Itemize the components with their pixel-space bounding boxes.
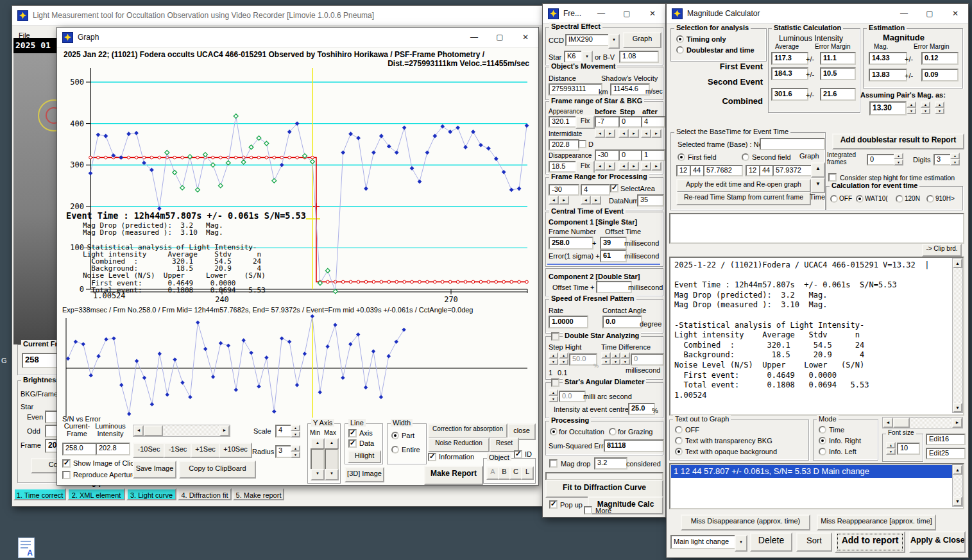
3d-image-button[interactable]: [3D] Image [345, 467, 384, 482]
process-tab[interactable]: 4. Diffraction fit [178, 488, 232, 500]
range-start-field[interactable]: -30 [549, 184, 579, 196]
object-b-button[interactable]: B [498, 466, 511, 480]
after2-field[interactable]: 1 [641, 149, 665, 161]
reread-timestamp-button[interactable]: Re-read Time Stamp from current frame [676, 192, 811, 205]
axis-checkbox[interactable] [348, 429, 357, 437]
add-doublestar-button[interactable]: Add doublestar result to Report [832, 133, 964, 149]
mag-drop-checkbox[interactable] [549, 459, 558, 468]
minimize-icon[interactable]: — [891, 4, 917, 23]
appearance-field[interactable]: 320.1 [549, 116, 579, 128]
event-list-box[interactable]: 1 12 44 57.807 +/- 0.061s, S/N= 5.53 D M… [669, 463, 964, 509]
combined-avg-field[interactable]: 301.6 [771, 88, 808, 101]
miss-reappearance-button[interactable]: Miss Reapppearance [approx. time] [817, 514, 936, 530]
calc-910h-radio[interactable] [926, 195, 934, 203]
plus-1sec-button[interactable]: +1Sec [191, 443, 220, 458]
hilight-button[interactable]: Hilight [348, 450, 381, 463]
object-l-button[interactable]: L [521, 466, 534, 480]
yaxis-max-track[interactable] [325, 448, 339, 470]
save-image-button[interactable]: Save Image [133, 461, 176, 479]
yaxis-min-track[interactable] [311, 448, 325, 470]
close-icon[interactable]: ✕ [942, 4, 968, 23]
maximize-icon[interactable]: ▢ [614, 4, 640, 23]
radius-spinner[interactable]: ▲▼ [291, 445, 300, 458]
magcalc-titlebar[interactable]: Magnitude Calculator — ▢ ✕ [667, 4, 968, 24]
close-icon[interactable]: ✕ [640, 4, 665, 23]
process-tab[interactable]: 2. XML element [67, 488, 125, 500]
calc-wat100-radio[interactable] [856, 195, 864, 203]
before2-spinner[interactable]: ◄► [595, 162, 615, 171]
spectral-graph-button[interactable]: Graph [623, 32, 661, 48]
velocity-field[interactable]: 11454.6 [610, 83, 650, 96]
step2-spinner[interactable]: ◄► [618, 162, 639, 171]
fit-diffraction-button[interactable]: Fit to Diffraction Curve [545, 480, 663, 498]
for-occultation-radio[interactable] [550, 428, 558, 436]
before1-spinner[interactable]: ◄► [595, 129, 615, 138]
pair-mag-spinner-3[interactable]: ▲▼ [935, 101, 944, 114]
first-avg-field[interactable]: 117.3 [771, 52, 808, 65]
offset-time-field[interactable]: 39 [600, 237, 627, 250]
mag2-err-field[interactable]: 0.09 [921, 69, 959, 81]
part-radio[interactable] [391, 432, 399, 439]
apply-close-button[interactable]: Apply & Close [909, 531, 966, 553]
miss-disappearance-button[interactable]: Miss Disappearance (approx. time) [681, 514, 810, 530]
add-to-report-button[interactable]: Add to report [835, 531, 905, 553]
scale-spinner[interactable]: ▲▼ [291, 425, 300, 437]
make-report-button[interactable]: Make Report [424, 466, 483, 485]
object-a-button[interactable]: A [486, 466, 499, 480]
apply-edit-time-button[interactable]: Apply the edit time and Re-open graph [676, 179, 811, 192]
noise-reduction-button[interactable]: Noise Reduction [428, 437, 490, 452]
digits-spinner[interactable]: ▲▼ [950, 153, 960, 165]
step-spinner-2[interactable]: ▲▼ [559, 352, 568, 365]
more-checkbox[interactable] [584, 506, 592, 514]
information-checkbox[interactable] [428, 453, 436, 461]
before2-field[interactable]: -30 [595, 149, 622, 161]
intermidiate-field[interactable]: 202.8 [549, 139, 579, 151]
reproduce-aperture-checkbox[interactable] [62, 471, 71, 479]
t1-sec-field[interactable]: 57.7682 [703, 165, 743, 176]
data-checkbox[interactable] [348, 439, 357, 448]
ccd-select[interactable]: IMX290 [565, 34, 614, 46]
minus-1sec-button[interactable]: -1Sec [164, 443, 192, 458]
mag-drop-field[interactable]: 3.2 [594, 457, 627, 470]
plus-10sec-button[interactable]: +10Sec [219, 443, 252, 458]
graph-down-button[interactable]: ▼ [811, 178, 825, 193]
after2-spinner[interactable]: ◄► [641, 162, 661, 171]
doublestar-time-radio[interactable] [676, 46, 684, 54]
contact-angle-field[interactable]: 0.0 [602, 316, 642, 328]
minimize-icon[interactable]: — [461, 28, 487, 47]
time-difference-field[interactable]: 0 [631, 353, 664, 366]
step1-field[interactable]: 0 [618, 116, 644, 128]
angular-diameter-checkbox[interactable] [551, 378, 559, 387]
text-position-scrollbar[interactable]: ◄► [882, 417, 963, 428]
rate-field[interactable]: 1.0000 [549, 316, 588, 328]
before1-field[interactable]: -7 [595, 116, 622, 128]
luminous-value[interactable]: 202.8 [96, 443, 130, 455]
maximize-icon[interactable]: ▢ [487, 28, 513, 47]
edit25-field[interactable]: Edit25 [926, 448, 966, 459]
font-size-field[interactable]: 10 [897, 443, 920, 455]
consider-step-checkbox[interactable] [828, 173, 837, 182]
report-text-area[interactable]: 2025-1-22 / (11021)Fodera / UCAC4 466-01… [669, 257, 964, 416]
mode-info-right-radio[interactable] [819, 437, 826, 445]
for-grazing-radio[interactable] [609, 428, 617, 436]
clip-board-button[interactable]: -> Clip brd. [922, 244, 962, 257]
mag2-field[interactable]: 13.83 [869, 69, 907, 81]
pair-mag-field[interactable]: 13.30 [869, 101, 907, 115]
first-field-radio[interactable] [678, 153, 685, 161]
list-scrollbar[interactable]: ▲ ▼ [952, 464, 963, 507]
angular-spinner[interactable]: ▲▼ [549, 389, 558, 402]
mag1-field[interactable]: 14.33 [869, 52, 907, 65]
sort-button[interactable]: Sort [796, 532, 832, 552]
yaxis-max-down-icon[interactable]: ▼ [325, 469, 339, 480]
report-scrollbar[interactable]: ▲ ▼ [952, 258, 963, 413]
yaxis-min-down-icon[interactable]: ▼ [311, 469, 325, 480]
font-size-spinner[interactable]: ▲▼ [886, 442, 896, 455]
sum-squared-field[interactable]: 81118 [604, 439, 664, 452]
fix-appearance-button[interactable]: Fix [576, 115, 595, 129]
entire-radio[interactable] [391, 446, 399, 454]
desktop-document-icon[interactable]: A [18, 538, 35, 558]
datanum-field[interactable]: 35 [637, 194, 664, 207]
integrated-spinner[interactable]: ▲▼ [894, 153, 903, 165]
mag1-err-field[interactable]: 0.12 [921, 52, 959, 65]
after1-spinner[interactable]: ◄► [641, 129, 661, 138]
